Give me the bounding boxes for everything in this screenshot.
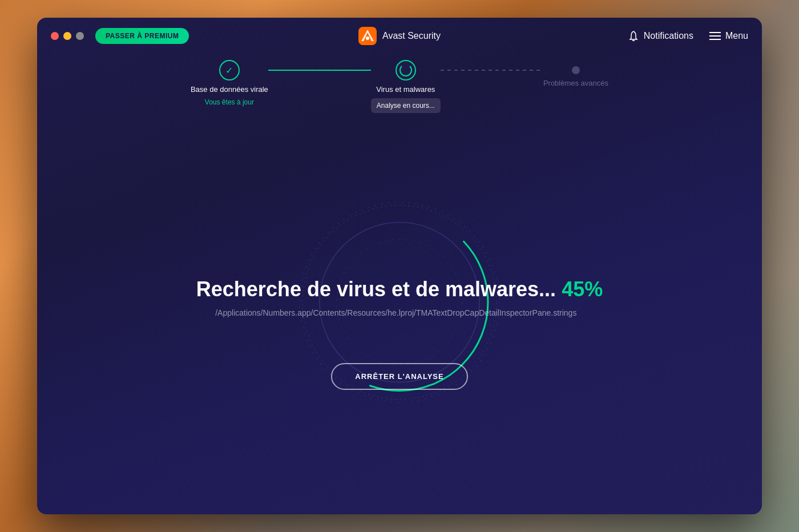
hamburger-icon (709, 32, 721, 40)
notifications-button[interactable]: Notifications (628, 30, 693, 42)
minimize-button[interactable] (63, 32, 71, 40)
step-database: ✓ Base de données virale Vous êtes à jou… (191, 60, 268, 106)
traffic-lights (51, 32, 84, 40)
step-virus-sublabel: Analyse en cours... (371, 98, 441, 113)
maximize-button[interactable] (76, 32, 84, 40)
title-bar-right: Notifications Menu (628, 30, 748, 42)
scan-title: Recherche de virus et de malwares... 45% (196, 277, 603, 301)
step-database-label: Base de données virale (191, 85, 268, 94)
connector-1 (268, 70, 371, 71)
scan-text-area: Recherche de virus et de malwares... 45%… (196, 277, 603, 317)
notifications-label: Notifications (644, 31, 693, 41)
app-title-text: Avast Security (382, 31, 441, 41)
connector-2 (441, 70, 543, 71)
step-advanced: Problèmes avancés (543, 60, 608, 87)
avast-logo-icon (358, 27, 377, 45)
close-button[interactable] (51, 32, 59, 40)
step-database-circle: ✓ (219, 60, 240, 80)
menu-label: Menu (725, 31, 748, 41)
step-virus-circle (396, 60, 416, 80)
step-virus: Virus et malwares Analyse en cours... (371, 60, 441, 113)
menu-button[interactable]: Menu (709, 31, 748, 41)
scan-file-path: /Applications/Numbers.app/Contents/Resou… (196, 308, 596, 317)
premium-button[interactable]: PASSER À PREMIUM (95, 28, 189, 44)
scan-title-prefix: Recherche de virus et de malwares... (196, 277, 562, 301)
app-title-container: Avast Security (358, 27, 441, 45)
step-advanced-label: Problèmes avancés (543, 79, 608, 87)
step-virus-label: Virus et malwares (376, 85, 435, 94)
scan-percentage: 45% (562, 277, 603, 301)
step-advanced-circle (572, 66, 580, 74)
title-bar: PASSER À PREMIUM Avast Security Notifica… (37, 18, 762, 54)
bell-icon (628, 30, 639, 42)
svg-point-1 (366, 37, 369, 40)
main-content: Recherche de virus et de malwares... 45%… (37, 124, 762, 514)
steps-container: ✓ Base de données virale Vous êtes à jou… (37, 54, 762, 124)
app-window: PASSER À PREMIUM Avast Security Notifica… (37, 18, 762, 514)
stop-scan-button[interactable]: ARRÊTER L'ANALYSE (331, 363, 467, 390)
step-database-sublabel: Vous êtes à jour (205, 98, 254, 106)
